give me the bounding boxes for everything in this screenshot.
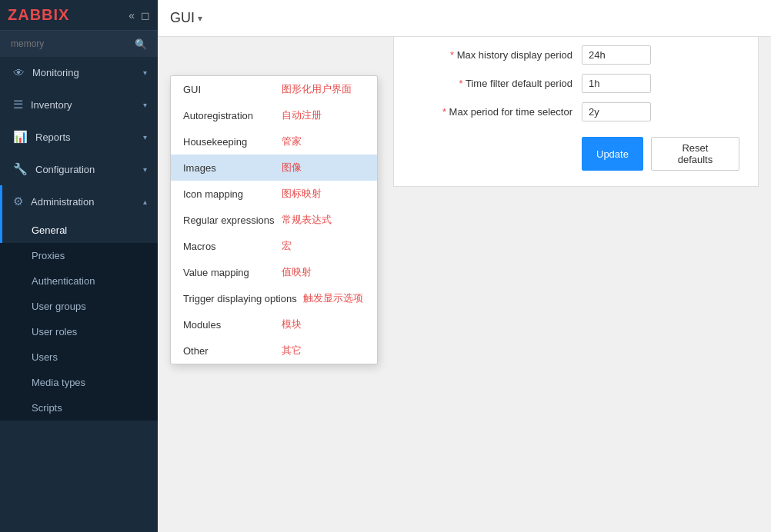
- dropdown-item-macros[interactable]: Macros 宏: [171, 233, 377, 259]
- monitoring-label: Monitoring: [32, 67, 79, 78]
- dropdown-item-icon-mapping[interactable]: Icon mapping 图标映射: [171, 181, 377, 207]
- subnav-user-groups[interactable]: User groups: [0, 294, 158, 319]
- logo: ZABBIX: [8, 6, 69, 24]
- gui-form: Default language English (en_GB) i Defau…: [393, 37, 759, 187]
- subnav-user-roles[interactable]: User roles: [0, 319, 158, 344]
- max-history-label: Max history display period: [412, 49, 582, 61]
- monitoring-arrow: ▾: [143, 68, 147, 77]
- reset-defaults-button[interactable]: Reset defaults: [651, 137, 739, 171]
- sidebar-item-configuration[interactable]: 🔧 Configuration ▾: [0, 153, 158, 185]
- dropdown-item-images[interactable]: Images 图像: [171, 155, 377, 181]
- search-wrapper: 🔍: [6, 35, 152, 52]
- dropdown-item-gui[interactable]: GUI 图形化用户界面: [171, 76, 377, 102]
- time-filter-input[interactable]: [582, 74, 651, 93]
- administration-arrow: ▴: [143, 198, 147, 206]
- form-row-max-period: Max period for time selector: [412, 102, 739, 121]
- max-history-input[interactable]: [582, 45, 651, 65]
- reports-arrow: ▾: [143, 133, 147, 141]
- sidebar-item-administration[interactable]: ⚙ Administration ▴: [0, 185, 158, 218]
- collapse-icon[interactable]: «: [128, 9, 135, 22]
- time-filter-label: Time filter default period: [412, 78, 582, 89]
- subnav-authentication[interactable]: Authentication: [0, 268, 158, 294]
- form-row-time-filter: Time filter default period: [412, 74, 739, 93]
- gui-dropdown-menu: GUI 图形化用户界面 Autoregistration 自动注册 Housek…: [170, 75, 378, 364]
- form-buttons: Update Reset defaults: [412, 137, 739, 171]
- dropdown-item-trigger-displaying[interactable]: Trigger displaying options 触发显示选项: [171, 285, 377, 311]
- administration-label: Administration: [31, 196, 94, 208]
- administration-icon: ⚙: [13, 195, 23, 208]
- dropdown-item-housekeeping[interactable]: Housekeeping 管家: [171, 128, 377, 155]
- subnav-media-types[interactable]: Media types: [0, 370, 158, 395]
- subnav-general[interactable]: General: [0, 218, 158, 243]
- sidebar: ZABBIX « ◻ 🔍 👁 Monitoring ▾ ☰ Inventory …: [0, 0, 158, 532]
- dropdown-item-regular-expressions[interactable]: Regular expressions 常规表达式: [171, 207, 377, 233]
- reports-label: Reports: [35, 131, 71, 143]
- subnav-proxies[interactable]: Proxies: [0, 243, 158, 268]
- search-input[interactable]: [6, 35, 152, 52]
- dropdown-item-other[interactable]: Other 其它: [171, 337, 377, 364]
- max-period-label: Max period for time selector: [412, 106, 582, 118]
- inventory-arrow: ▾: [143, 101, 147, 109]
- page-title-text: GUI: [170, 10, 195, 26]
- topbar: GUI ▾: [158, 0, 771, 37]
- dropdown-item-value-mapping[interactable]: Value mapping 值映射: [171, 259, 377, 285]
- dropdown-item-autoregistration[interactable]: Autoregistration 自动注册: [171, 102, 377, 128]
- search-icon[interactable]: 🔍: [135, 38, 147, 50]
- sidebar-item-reports[interactable]: 📊 Reports ▾: [0, 121, 158, 153]
- inventory-icon: ☰: [13, 98, 23, 111]
- sidebar-item-inventory[interactable]: ☰ Inventory ▾: [0, 88, 158, 121]
- monitoring-icon: 👁: [13, 66, 25, 79]
- inventory-label: Inventory: [31, 99, 72, 111]
- sidebar-header: ZABBIX « ◻: [0, 0, 158, 31]
- form-row-max-history: Max history display period: [412, 45, 739, 65]
- reports-icon: 📊: [13, 130, 28, 144]
- configuration-arrow: ▾: [143, 165, 147, 174]
- page-title-area: GUI ▾: [170, 10, 202, 26]
- subnav-scripts[interactable]: Scripts: [0, 395, 158, 421]
- update-button[interactable]: Update: [582, 137, 643, 171]
- search-box: 🔍: [0, 31, 158, 57]
- main-content: GUI ▾ GUI 图形化用户界面 Autoregistration 自动注册 …: [158, 0, 771, 532]
- subnav-users[interactable]: Users: [0, 344, 158, 370]
- expand-icon[interactable]: ◻: [141, 9, 150, 22]
- sidebar-item-monitoring[interactable]: 👁 Monitoring ▾: [0, 57, 158, 88]
- content-area: GUI 图形化用户界面 Autoregistration 自动注册 Housek…: [158, 37, 771, 532]
- max-period-input[interactable]: [582, 102, 651, 121]
- configuration-label: Configuration: [35, 164, 95, 175]
- administration-subnav: General Proxies Authentication User grou…: [0, 218, 158, 421]
- page-title-dropdown-arrow[interactable]: ▾: [198, 13, 202, 24]
- dropdown-item-modules[interactable]: Modules 模块: [171, 311, 377, 337]
- form-panel: Default language English (en_GB) i Defau…: [393, 37, 759, 187]
- configuration-icon: 🔧: [13, 162, 28, 176]
- sidebar-controls: « ◻: [128, 9, 150, 22]
